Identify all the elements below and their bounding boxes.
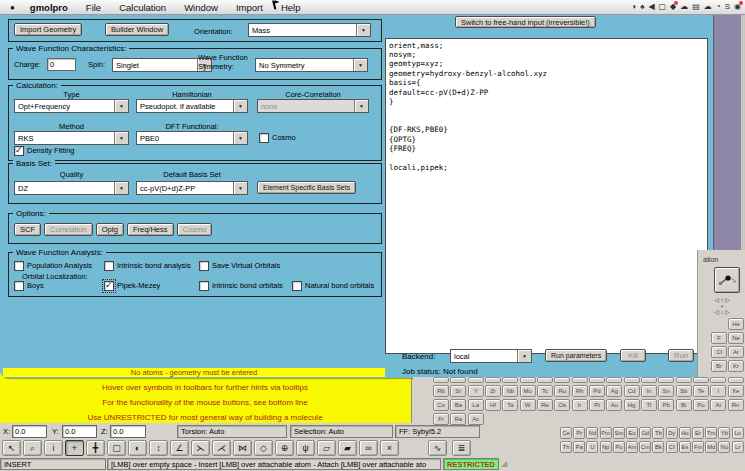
save-virtual-orbitals-checkbox[interactable]: Save Virtual Orbitals: [199, 261, 280, 271]
torsion-icon[interactable]: ⋈: [233, 440, 252, 456]
element-button-Xe[interactable]: Xe: [728, 385, 744, 397]
pointer-icon[interactable]: ↖: [2, 440, 21, 456]
element-button-Th[interactable]: Th: [560, 441, 572, 453]
quality-select[interactable]: DZ ▼: [14, 181, 129, 195]
angle-icon[interactable]: ∠: [170, 440, 189, 456]
element-button-Cl[interactable]: Cl: [711, 346, 727, 358]
element-button-Fm[interactable]: Fm: [692, 441, 704, 453]
link-icon[interactable]: ∞: [359, 440, 378, 456]
zoom-icon[interactable]: ⌕: [23, 440, 42, 456]
move-icon[interactable]: ╋: [86, 440, 105, 456]
element-button-At[interactable]: At: [710, 399, 726, 411]
apple-menu-icon[interactable]: ●: [0, 3, 21, 12]
hamiltonian-select[interactable]: Pseudopot. if available ▼: [136, 99, 248, 113]
forcefield-field[interactable]: FF: Sybyl5.2: [395, 425, 480, 438]
element-button-Te[interactable]: Te: [693, 385, 709, 397]
element-button-Ne[interactable]: Ne: [728, 332, 744, 344]
orientation-select[interactable]: Mass ▼: [248, 23, 371, 37]
paw-icon[interactable]: ♠: [640, 0, 644, 14]
menu-item-calculation[interactable]: Calculation: [110, 2, 175, 13]
element-button-Pm[interactable]: Pm: [600, 427, 612, 439]
element-button-Pu[interactable]: Pu: [613, 441, 625, 453]
shade-icon[interactable]: ◑: [631, 0, 636, 14]
import-geometry-button[interactable]: Import Geometry: [14, 23, 82, 36]
element-button-Bk[interactable]: Bk: [652, 441, 664, 453]
torsion-field[interactable]: Torsion: Auto: [177, 425, 287, 438]
element-button-Y[interactable]: Y: [468, 385, 484, 397]
element-button-blank[interactable]: [676, 377, 692, 383]
element-button-Pd[interactable]: Pd: [589, 385, 605, 397]
clock-icon[interactable]: ◔: [716, 0, 721, 14]
list-icon[interactable]: ≣: [452, 440, 471, 456]
element-button-Ag[interactable]: Ag: [606, 385, 622, 397]
intrinsic-bond-analysis-checkbox[interactable]: Intrinsic bond analysis: [104, 261, 191, 271]
element-button-F[interactable]: F: [711, 332, 727, 344]
element-button-blank[interactable]: [433, 377, 449, 383]
screen-share-icon[interactable]: ▤: [692, 0, 700, 14]
boys-checkbox[interactable]: Boys: [14, 281, 44, 291]
element-button-Tc[interactable]: Tc: [537, 385, 553, 397]
element-button-Rn[interactable]: Rn: [728, 399, 744, 411]
element-button-Np[interactable]: Np: [600, 441, 612, 453]
element-button-blank[interactable]: [468, 377, 484, 383]
plane-fill-icon[interactable]: ▰: [338, 440, 357, 456]
element-button-No[interactable]: No: [718, 441, 730, 453]
element-button-Ho[interactable]: Ho: [679, 427, 691, 439]
element-button-Er[interactable]: Er: [692, 427, 704, 439]
element-button-Sm[interactable]: Sm: [613, 427, 625, 439]
intrinsic-bond-orbitals-checkbox[interactable]: Intrinsic bond orbitals: [199, 281, 283, 291]
element-button-Cf[interactable]: Cf: [666, 441, 678, 453]
symmetry-select[interactable]: No Symmetry ▼: [255, 58, 368, 72]
element-button-blank[interactable]: [485, 377, 501, 383]
natural-bond-orbitals-checkbox[interactable]: Natural bond orbitals: [292, 281, 374, 291]
resize-grip[interactable]: ◢: [501, 459, 507, 468]
element-button-Nd[interactable]: Nd: [586, 427, 598, 439]
element-button-Pr[interactable]: Pr: [573, 427, 585, 439]
element-button-Rb[interactable]: Rb: [433, 385, 449, 397]
element-button-blank[interactable]: [641, 377, 657, 383]
element-button-Tb[interactable]: Tb: [652, 427, 664, 439]
method-select[interactable]: RKS ▼: [14, 131, 129, 145]
charge-input[interactable]: 0: [47, 58, 76, 71]
element-button-Cs[interactable]: Cs: [433, 399, 449, 411]
element-button-I[interactable]: I: [710, 385, 726, 397]
y-input[interactable]: 0.0: [62, 425, 97, 438]
element-button-Hf[interactable]: Hf: [485, 399, 501, 411]
element-button-blank[interactable]: [624, 377, 640, 383]
element-button-blank[interactable]: [606, 377, 622, 383]
population-analysis-checkbox[interactable]: Population Analysis: [14, 261, 92, 271]
element-button-Rh[interactable]: Rh: [572, 385, 588, 397]
element-button-Pa[interactable]: Pa: [573, 441, 585, 453]
freq-hess-button[interactable]: Freq/Hess: [127, 223, 174, 236]
element-button-blank[interactable]: [658, 377, 674, 383]
element-button-Am[interactable]: Am: [626, 441, 638, 453]
menu-item-file[interactable]: File: [77, 2, 110, 13]
bond-stretch-icon[interactable]: ↕: [149, 440, 168, 456]
element-button-Br[interactable]: Br: [711, 360, 727, 372]
element-button-blank[interactable]: [450, 377, 466, 383]
element-button-W[interactable]: W: [520, 399, 536, 411]
dft-functional-select[interactable]: PBE0 ▼: [136, 131, 248, 145]
restricted-badge[interactable]: RESTRICTED: [443, 458, 499, 470]
type-select[interactable]: Opt+Frequency ▼: [14, 99, 129, 113]
builder-canvas[interactable]: Hover over symbols in toolbars for furth…: [0, 375, 412, 423]
globe-icon[interactable]: ◉: [734, 0, 741, 14]
cloud-icon[interactable]: ☁: [704, 0, 712, 14]
attach-icon[interactable]: ⊕: [275, 440, 294, 456]
optg-button[interactable]: Optg: [96, 223, 124, 236]
element-button-Tm[interactable]: Tm: [705, 427, 717, 439]
element-button-Mo[interactable]: Mo: [520, 385, 536, 397]
psi-icon[interactable]: ψ: [296, 440, 315, 456]
molpro-input-editor[interactable]: orient,mass; nosym; geomtyp=xyz; geometr…: [385, 38, 708, 354]
terminal-icon[interactable]: ▢: [659, 0, 667, 14]
element-button-blank[interactable]: [693, 377, 709, 383]
shade-sphere-icon[interactable]: ◐: [128, 440, 147, 456]
element-button-blank[interactable]: [728, 377, 744, 383]
element-button-Sr[interactable]: Sr: [450, 385, 466, 397]
element-button-blank[interactable]: [502, 377, 518, 383]
element-button-blank[interactable]: [589, 377, 605, 383]
selection-field[interactable]: Selection: Auto: [290, 425, 393, 438]
default-basis-select[interactable]: cc-pV(D+d)Z-PP ▼: [136, 181, 248, 195]
element-button-Gd[interactable]: Gd: [639, 427, 651, 439]
builder-window-button[interactable]: Builder Window: [105, 23, 169, 36]
